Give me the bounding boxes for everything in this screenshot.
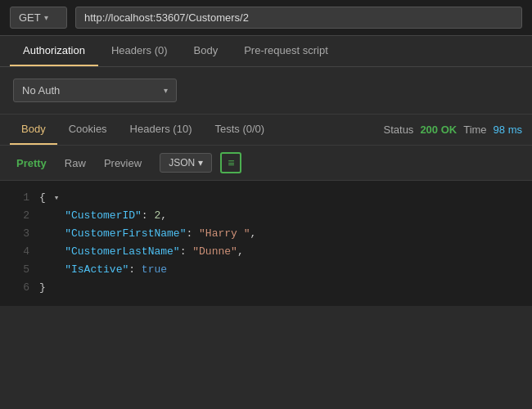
request-tabs: Authorization Headers (0) Body Pre-reque… <box>0 36 532 67</box>
tab-body[interactable]: Body <box>181 36 232 66</box>
auth-section: No Auth ▾ <box>0 67 532 115</box>
key-isactive: "IsActive" <box>65 263 128 276</box>
auth-selected: No Auth <box>22 84 60 97</box>
resp-tab-headers[interactable]: Headers (10) <box>119 115 204 145</box>
key-firstname: "CustomerFirstName" <box>65 227 186 240</box>
auth-chevron: ▾ <box>164 86 168 95</box>
val-lastname: "Dunne" <box>192 245 237 258</box>
tab-pre-request[interactable]: Pre-request script <box>231 36 341 66</box>
resp-tab-body[interactable]: Body <box>10 115 57 145</box>
time-label: Time <box>463 124 486 136</box>
resp-tab-cookies[interactable]: Cookies <box>57 115 119 145</box>
json-format-dropdown[interactable]: JSON ▾ <box>160 153 212 173</box>
line-num-5: 5 <box>7 261 29 279</box>
method-selector[interactable]: GET ▾ <box>10 7 67 29</box>
response-section: Body Cookies Headers (10) Tests (0/0) St… <box>0 115 532 306</box>
code-line-6: 6 } <box>0 279 532 297</box>
format-bar: Pretty Raw Preview JSON ▾ ≡ <box>0 146 532 181</box>
val-isactive: true <box>142 263 167 276</box>
line-num-1: 1 <box>7 189 29 207</box>
fmt-preview[interactable]: Preview <box>97 154 148 173</box>
key-lastname: "CustomerLastName" <box>65 245 179 258</box>
json-label: JSON <box>169 157 195 169</box>
url-input[interactable] <box>75 7 522 29</box>
fmt-raw[interactable]: Raw <box>58 154 92 173</box>
close-brace: } <box>39 281 46 294</box>
code-line-2: 2 "CustomerID": 2, <box>0 207 532 225</box>
tab-authorization[interactable]: Authorization <box>10 36 98 66</box>
key-customerid: "CustomerID" <box>65 209 142 222</box>
time-value: 98 ms <box>494 124 522 136</box>
fmt-pretty[interactable]: Pretty <box>10 154 53 173</box>
url-bar: GET ▾ <box>0 0 532 36</box>
response-meta: Status 200 OK Time 98 ms <box>384 124 522 136</box>
code-line-1: 1 { ▾ <box>0 189 532 207</box>
collapse-indicator[interactable]: ▾ <box>54 193 60 203</box>
line-num-2: 2 <box>7 207 29 225</box>
auth-dropdown[interactable]: No Auth ▾ <box>13 79 177 102</box>
method-chevron: ▾ <box>44 13 48 22</box>
json-chevron: ▾ <box>198 157 203 169</box>
response-tabs: Body Cookies Headers (10) Tests (0/0) St… <box>0 115 532 146</box>
tab-headers[interactable]: Headers (0) <box>98 36 181 66</box>
line-num-3: 3 <box>7 225 29 243</box>
resp-tab-tests[interactable]: Tests (0/0) <box>203 115 276 145</box>
val-firstname: "Harry " <box>199 227 250 240</box>
line-num-4: 4 <box>7 243 29 261</box>
open-brace: { <box>39 191 46 204</box>
code-line-5: 5 "IsActive": true <box>0 261 532 279</box>
status-value: 200 OK <box>420 124 457 136</box>
wrap-button[interactable]: ≡ <box>220 152 241 173</box>
method-label: GET <box>19 11 41 24</box>
code-line-4: 4 "CustomerLastName": "Dunne", <box>0 243 532 261</box>
line-num-6: 6 <box>7 279 29 297</box>
status-label: Status <box>384 124 414 136</box>
code-line-3: 3 "CustomerFirstName": "Harry ", <box>0 225 532 243</box>
code-body: 1 { ▾ 2 "CustomerID": 2, 3 "CustomerFirs… <box>0 181 532 306</box>
